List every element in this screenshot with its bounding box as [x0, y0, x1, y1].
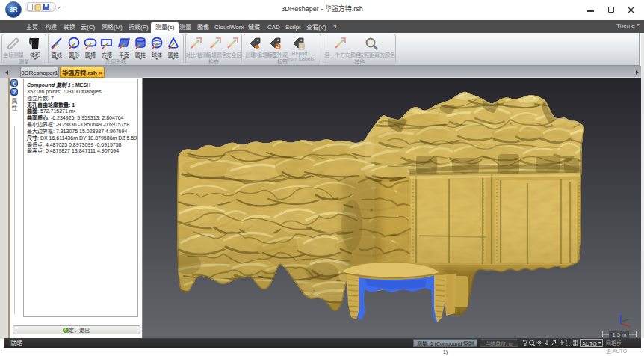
svg-text:z: z — [619, 309, 622, 314]
svg-text:1.5 m: 1.5 m — [613, 331, 627, 338]
